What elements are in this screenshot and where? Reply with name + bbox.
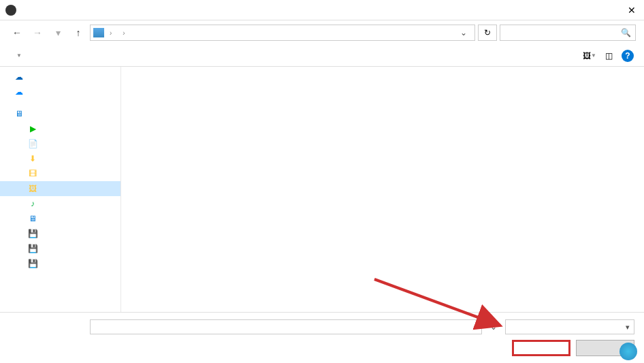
download-icon: ⬇ <box>27 153 38 164</box>
breadcrumb-separator[interactable]: › <box>108 29 113 37</box>
nav-history-dropdown[interactable]: ▾ <box>49 25 67 41</box>
sidebar-item-this-pc[interactable]: 🖥 <box>0 106 120 121</box>
bottom-bar: ⌄ <box>0 312 644 363</box>
sidebar-item-iqiyi[interactable]: ▶ <box>0 121 120 136</box>
nav-up-button[interactable]: ↑ <box>69 25 87 41</box>
sidebar-item-drive-e[interactable]: 💾 <box>0 256 120 271</box>
pc-icon: 🖥 <box>14 108 25 119</box>
drive-icon: 💾 <box>27 228 38 239</box>
watermark <box>619 343 640 360</box>
music-icon: ♪ <box>27 198 38 209</box>
sidebar-item-onedrive[interactable]: ☁ <box>0 69 120 84</box>
sidebar-item-pictures[interactable]: 🖼 <box>0 181 120 196</box>
sidebar-item-desktop[interactable]: 🖥 <box>0 211 120 226</box>
search-icon[interactable]: 🔍 <box>621 28 631 37</box>
new-folder-button[interactable] <box>30 53 41 59</box>
pictures-icon: 🖼 <box>27 183 38 194</box>
pc-icon <box>93 28 104 37</box>
breadcrumb-this-pc[interactable] <box>114 31 120 34</box>
iqiyi-icon: ▶ <box>27 123 38 134</box>
filename-dropdown[interactable]: ⌄ <box>487 322 500 332</box>
content-area: ☁ ☁ 🖥 ▶ 📄 ⬇ 🎞 🖼 ♪ 🖥 💾 💾 💾 <box>0 67 644 312</box>
address-dropdown[interactable]: ⌄ <box>455 28 472 37</box>
drive-icon: 💾 <box>27 243 38 254</box>
sidebar-item-downloads[interactable]: ⬇ <box>0 151 120 166</box>
search-input[interactable] <box>504 28 621 37</box>
drive-icon: 💾 <box>27 258 38 269</box>
toolbar: ▼ 🖼 ▼ ◫ ? <box>0 45 644 67</box>
onedrive-icon: ☁ <box>14 72 25 82</box>
preview-pane-button[interactable]: ◫ <box>600 48 617 64</box>
nav-forward-button[interactable]: → <box>29 25 46 41</box>
sidebar-item-drive-c[interactable]: 💾 <box>0 226 120 241</box>
close-button[interactable]: ✕ <box>625 5 639 16</box>
sidebar-item-videos[interactable]: 🎞 <box>0 166 120 181</box>
breadcrumb-pictures[interactable] <box>128 31 133 34</box>
nav-bar: ← → ▾ ↑ › › ⌄ ↻ 🔍 <box>0 20 644 45</box>
sidebar-item-wps[interactable]: ☁ <box>0 84 120 99</box>
desktop-icon: 🖥 <box>27 213 38 224</box>
sidebar-item-documents[interactable]: 📄 <box>0 136 120 151</box>
open-button[interactable] <box>512 340 570 356</box>
titlebar: ✕ <box>0 0 644 20</box>
sidebar: ☁ ☁ 🖥 ▶ 📄 ⬇ 🎞 🖼 ♪ 🖥 💾 💾 💾 <box>0 67 121 312</box>
refresh-button[interactable]: ↻ <box>478 25 497 41</box>
help-button[interactable]: ? <box>619 48 636 64</box>
watermark-icon <box>619 343 637 360</box>
address-bar[interactable]: › › ⌄ <box>90 25 475 41</box>
file-type-filter[interactable] <box>505 319 634 334</box>
search-box[interactable]: 🔍 <box>500 25 636 41</box>
nav-back-button[interactable]: ← <box>8 25 26 41</box>
file-list-area[interactable] <box>121 67 644 312</box>
breadcrumb-separator[interactable]: › <box>121 29 126 37</box>
wps-icon: ☁ <box>14 86 25 97</box>
view-mode-button[interactable]: 🖼 ▼ <box>581 48 598 64</box>
sidebar-item-music[interactable]: ♪ <box>0 196 120 211</box>
filename-input[interactable] <box>90 319 482 334</box>
sidebar-item-drive-d[interactable]: 💾 <box>0 241 120 256</box>
folder-icon: 📄 <box>27 138 38 149</box>
app-icon <box>5 5 16 16</box>
video-icon: 🎞 <box>27 168 38 179</box>
organize-button[interactable]: ▼ <box>8 50 27 61</box>
